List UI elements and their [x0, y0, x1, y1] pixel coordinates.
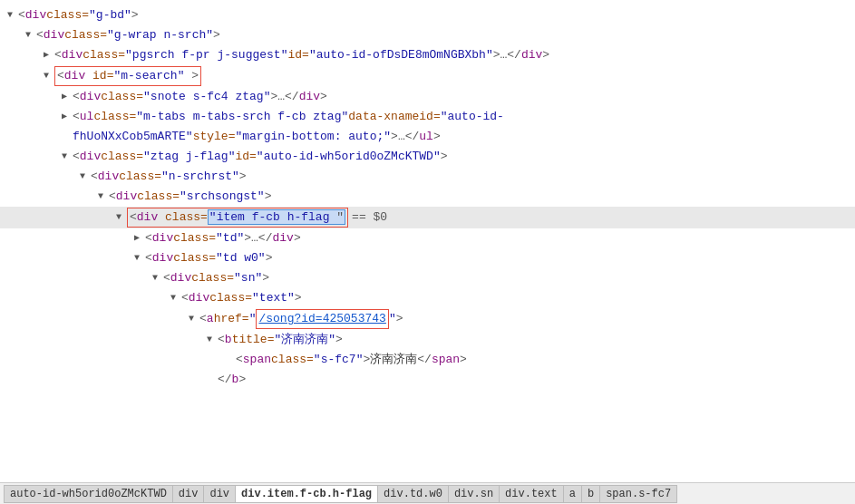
- breadcrumb-item-2[interactable]: div: [203, 485, 235, 503]
- tag-bracket: >: [335, 331, 343, 349]
- tag-name: ul: [80, 108, 94, 126]
- tag-bracket: </: [218, 371, 232, 389]
- collapse-triangle[interactable]: ▶: [62, 88, 73, 106]
- attr-name: id=: [235, 148, 256, 166]
- tag-bracket: >: [320, 88, 327, 106]
- tag-bracket: <: [218, 331, 225, 349]
- attr-name: id=: [287, 46, 308, 64]
- tag-bracket: <: [54, 46, 62, 64]
- collapse-triangle[interactable]: ▼: [152, 269, 163, 287]
- tag-bracket: >…</: [244, 229, 272, 247]
- tag-name: div: [98, 168, 119, 186]
- code-line: ▼ <b title="济南济南" >: [0, 330, 855, 350]
- collapse-triangle[interactable]: ▼: [62, 148, 73, 166]
- breadcrumb-item-3[interactable]: div.item.f-cb.h-flag: [235, 485, 377, 503]
- attr-name: class=: [209, 289, 252, 307]
- tag-name: span: [243, 351, 271, 369]
- collapse-triangle[interactable]: ▼: [80, 168, 91, 186]
- attr-value: "s-fc7": [314, 351, 364, 369]
- attr-value: "snote s-fc4 ztag": [143, 88, 270, 106]
- attr-value: "td": [216, 229, 244, 247]
- attr-name: class=: [137, 188, 180, 206]
- code-panel: ▼ <div class="g-bd" > ▼ <div class="g-wr…: [0, 0, 855, 482]
- tag-name: div: [170, 269, 191, 287]
- code-line: ▼ <div class="g-wrap n-srch" >: [0, 25, 855, 45]
- collapse-triangle[interactable]: ▼: [98, 188, 109, 206]
- tag-bracket: <: [91, 168, 98, 186]
- code-line: ▼ <div class="td w0" >: [0, 248, 855, 268]
- tag-name: div: [62, 46, 83, 64]
- collapse-triangle[interactable]: ▶: [62, 108, 73, 126]
- selected-element-box: <div class="item f-cb h-flag ": [127, 208, 348, 228]
- attr-value: "m-search": [113, 69, 184, 82]
- attr-value: "auto-id-: [441, 108, 504, 126]
- tag-name: div: [137, 210, 158, 224]
- breadcrumb-item-7[interactable]: a: [563, 485, 581, 503]
- tag-bracket: <: [73, 88, 80, 106]
- collapse-triangle[interactable]: ▶: [134, 229, 145, 247]
- breadcrumb-item-5[interactable]: div.sn: [448, 485, 499, 503]
- tag-bracket: >: [213, 26, 220, 44]
- tag-bracket: <: [109, 188, 116, 206]
- attr-name: class=: [173, 249, 216, 267]
- code-line: ▶ <div class="snote s-fc4 ztag" >…</div>: [0, 87, 855, 107]
- tag-bracket: >: [262, 269, 269, 287]
- attr-name: id=: [92, 69, 113, 82]
- attr-value: "n-srchrst": [161, 168, 239, 186]
- tag-bracket: <: [199, 310, 207, 328]
- attr-name: style=: [193, 128, 236, 146]
- code-line-selected: ▼ <div class="item f-cb h-flag " == $0: [0, 207, 855, 228]
- tag-name: b: [232, 371, 239, 389]
- tag-bracket: >: [441, 148, 448, 166]
- tag-name: ul: [419, 128, 433, 146]
- attr-value: fhUoNXxCob5mARTE": [73, 128, 193, 146]
- tag-bracket: <: [73, 148, 80, 166]
- breadcrumb-item-8[interactable]: b: [581, 485, 599, 503]
- tag-name: a: [207, 310, 214, 328]
- tag-bracket: >: [542, 46, 549, 64]
- tag-bracket: >…</: [270, 88, 298, 106]
- collapse-triangle[interactable]: ▼: [189, 310, 199, 328]
- attr-value: "auto-id-wh5orid0oZMcKTWD": [257, 148, 441, 166]
- collapse-triangle[interactable]: ▼: [116, 208, 127, 227]
- collapse-triangle[interactable]: ▼: [44, 67, 54, 85]
- attr-value: "g-wrap n-srch": [107, 26, 213, 44]
- code-line: ▼ <div class="text" >: [0, 288, 855, 308]
- tag-bracket: >: [238, 371, 246, 389]
- tag-bracket: <: [73, 108, 80, 126]
- collapse-triangle[interactable]: ▼: [170, 289, 181, 307]
- attr-name: href=: [214, 310, 249, 328]
- attr-name: data-xname: [348, 108, 419, 126]
- attr-name: class=: [191, 269, 234, 287]
- tag-bracket: >: [295, 289, 302, 307]
- tag-bracket: >…</: [391, 128, 419, 146]
- breadcrumb-item-1[interactable]: div: [172, 485, 204, 503]
- attr-name: class=: [101, 148, 143, 166]
- tag-name: span: [432, 351, 460, 369]
- tag-bracket: >: [265, 188, 272, 206]
- code-line: fhUoNXxCob5mARTE" style="margin-bottom: …: [0, 127, 855, 147]
- collapse-triangle[interactable]: ▼: [7, 6, 18, 24]
- collapse-triangle[interactable]: ▶: [44, 46, 54, 64]
- tag-bracket: >: [239, 168, 247, 186]
- breadcrumb-item-6[interactable]: div.text: [499, 485, 563, 503]
- attr-value: "g-bd": [89, 6, 131, 24]
- code-line: ▼ <div class="n-srchrst" >: [0, 167, 855, 187]
- breadcrumb-item-4[interactable]: div.td.w0: [377, 485, 448, 503]
- code-line: ▼ <a href="/song?id=425053743" >: [0, 308, 855, 330]
- collapse-triangle[interactable]: ▼: [25, 26, 36, 44]
- text-content: 济南济南: [370, 351, 417, 369]
- tag-bracket: >: [294, 229, 301, 247]
- tag-bracket: >: [460, 351, 467, 369]
- tag-bracket: >: [396, 310, 403, 328]
- tag-bracket: >: [433, 128, 441, 146]
- tag-bracket: >: [191, 69, 199, 82]
- tag-name: b: [225, 331, 232, 349]
- code-line: ▶ <div class="td" >…</div>: [0, 228, 855, 248]
- breadcrumb-item-0[interactable]: auto-id-wh5orid0oZMcKTWD: [4, 485, 172, 503]
- collapse-triangle[interactable]: ▼: [134, 249, 145, 267]
- collapse-triangle[interactable]: ▼: [207, 331, 218, 349]
- breadcrumb-bar: auto-id-wh5orid0oZMcKTWD div div div.ite…: [0, 482, 855, 504]
- link-href[interactable]: /song?id=425053743: [258, 312, 385, 325]
- breadcrumb-item-9[interactable]: span.s-fc7: [599, 485, 677, 503]
